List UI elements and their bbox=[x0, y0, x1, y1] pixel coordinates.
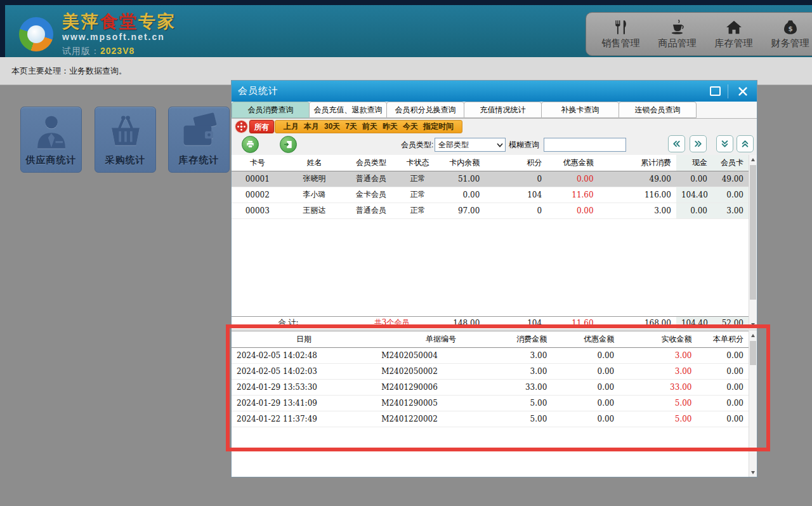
first-record-button[interactable] bbox=[737, 135, 754, 152]
table-row[interactable]: 2024-02-05 14:02:48M24020500043.000.003.… bbox=[232, 347, 749, 363]
scroll-up-icon[interactable] bbox=[749, 331, 757, 340]
tab-recharge-stats[interactable]: 充值情况统计 bbox=[464, 102, 542, 118]
scrollbar-thumb[interactable] bbox=[750, 341, 756, 365]
table-row[interactable]: 2024-01-29 13:53:30M240129000633.000.003… bbox=[232, 379, 749, 395]
last-record-button[interactable] bbox=[716, 135, 733, 152]
purchase-stats-button[interactable]: 采购统计 bbox=[95, 107, 156, 173]
cell-name: 张晓明 bbox=[284, 171, 346, 187]
col-name[interactable]: 姓名 bbox=[284, 155, 346, 171]
member-type-value: 全部类型 bbox=[435, 140, 494, 150]
col-card-status[interactable]: 卡状态 bbox=[397, 155, 438, 171]
filter-day-before[interactable]: 前天 bbox=[362, 121, 377, 132]
header-background: 美萍食堂专家 www.mpsoft.net.cn 试用版：2023V8 销售管理 bbox=[5, 5, 812, 57]
members-table-area: 卡号 姓名 会员类型 卡状态 卡内余额 积分 优惠金额 累计消费 现金 会员卡 … bbox=[232, 155, 757, 316]
col-consume-amount[interactable]: 消费金额 bbox=[506, 331, 552, 347]
filter-7-days[interactable]: 7天 bbox=[345, 121, 357, 132]
cell-consume: 33.00 bbox=[506, 379, 552, 395]
table-row[interactable]: 00003王丽达普通会员正常97.0000.003.000.003.00 bbox=[232, 203, 749, 218]
date-filter-bar: 上月 本月 30天 7天 前天 昨天 今天 指定时间 bbox=[275, 120, 462, 133]
col-cash[interactable]: 现金 bbox=[676, 155, 712, 171]
cell-date: 2024-01-29 13:53:30 bbox=[232, 379, 376, 395]
members-scrollbar[interactable] bbox=[749, 155, 757, 329]
cell-balance: 0.00 bbox=[438, 187, 485, 203]
brand-url: www.mpsoft.net.cn bbox=[62, 31, 176, 43]
cell-name: 王丽达 bbox=[284, 203, 346, 218]
chevrons-up-icon bbox=[740, 138, 750, 149]
svg-text:$: $ bbox=[788, 24, 792, 32]
col-order-no[interactable]: 单据编号 bbox=[376, 331, 506, 347]
cell-name: 李小璐 bbox=[284, 187, 346, 203]
scroll-down-icon[interactable] bbox=[749, 320, 757, 329]
scrollbar-thumb[interactable] bbox=[750, 165, 756, 300]
members-tbody: 00001张晓明普通会员正常51.0000.0049.000.0049.0000… bbox=[232, 171, 749, 218]
cell-points: 0.00 bbox=[697, 347, 749, 363]
cell-points: 0 bbox=[485, 203, 547, 218]
prev-page-button[interactable] bbox=[668, 135, 685, 152]
info-text: 本页主要处理：业务数据查询。 bbox=[11, 65, 127, 77]
total-points: 104 bbox=[485, 317, 547, 329]
home-icon bbox=[726, 19, 742, 36]
filter-dial-icon[interactable] bbox=[234, 119, 249, 134]
col-balance[interactable]: 卡内余额 bbox=[438, 155, 485, 171]
cell-date: 2024-01-29 13:41:09 bbox=[232, 395, 376, 411]
filter-all-button[interactable]: 所有 bbox=[249, 120, 274, 133]
brand: 美萍食堂专家 www.mpsoft.net.cn 试用版：2023V8 bbox=[19, 8, 176, 57]
dialog-tabs: 会员消费查询 会员充值、退款查询 会员积分兑换查询 充值情况统计 补换卡查询 连… bbox=[232, 102, 757, 119]
col-points[interactable]: 积分 bbox=[485, 155, 547, 171]
col-date[interactable]: 日期 bbox=[232, 331, 376, 347]
cell-cash: 104.40 bbox=[676, 187, 712, 203]
col-member-type[interactable]: 会员类型 bbox=[345, 155, 397, 171]
detail-scrollbar[interactable] bbox=[749, 331, 757, 477]
fuzzy-query-input[interactable] bbox=[544, 138, 626, 152]
desk-button-label: 采购统计 bbox=[95, 154, 155, 166]
table-row[interactable]: 00002李小璐金卡会员正常0.0010411.60116.00104.400.… bbox=[232, 187, 749, 203]
tab-points-exchange[interactable]: 会员积分兑换查询 bbox=[386, 102, 464, 118]
export-button[interactable] bbox=[280, 136, 297, 153]
table-row[interactable]: 00001张晓明普通会员正常51.0000.0049.000.0049.00 bbox=[232, 171, 749, 187]
menu-item-finance[interactable]: $ 财务管理 bbox=[762, 19, 812, 50]
col-member-card[interactable]: 会员卡 bbox=[712, 155, 749, 171]
cell-discount: 0.00 bbox=[552, 411, 619, 427]
col-order-points[interactable]: 本单积分 bbox=[697, 331, 749, 347]
menu-item-inventory[interactable]: 库存管理 bbox=[705, 19, 762, 50]
cell-status: 正常 bbox=[397, 187, 438, 203]
col-discount[interactable]: 优惠金额 bbox=[547, 155, 599, 171]
cell-points: 0.00 bbox=[697, 379, 749, 395]
close-button[interactable] bbox=[735, 84, 750, 99]
cell-total_consume: 116.00 bbox=[599, 187, 676, 203]
table-row[interactable]: 2024-02-05 14:02:03M24020500023.000.003.… bbox=[232, 363, 749, 379]
print-button[interactable] bbox=[242, 136, 259, 153]
supplier-stats-button[interactable]: 供应商统计 bbox=[20, 107, 82, 173]
member-stats-dialog: 会员统计 会员消费查询 会员充值、退款查询 会员积分兑换查询 充值情况统计 补换… bbox=[232, 81, 757, 477]
scroll-down-icon[interactable] bbox=[749, 468, 757, 477]
maximize-button[interactable] bbox=[710, 86, 721, 96]
col-received-amount[interactable]: 实收金额 bbox=[619, 331, 697, 347]
next-page-button[interactable] bbox=[690, 135, 707, 152]
col-discount-amount[interactable]: 优惠金额 bbox=[552, 331, 619, 347]
filter-today[interactable]: 今天 bbox=[403, 121, 418, 132]
col-card-no[interactable]: 卡号 bbox=[232, 155, 284, 171]
table-row[interactable]: 2024-01-29 13:41:09M24012900055.000.005.… bbox=[232, 395, 749, 411]
filter-custom-range[interactable]: 指定时间 bbox=[423, 121, 454, 132]
member-type-select[interactable]: 全部类型 bbox=[435, 138, 506, 152]
tab-member-consume[interactable]: 会员消费查询 bbox=[232, 102, 310, 118]
total-balance: 148.00 bbox=[438, 317, 485, 329]
filter-last-month[interactable]: 上月 bbox=[284, 121, 299, 132]
cell-order_no: M2401220002 bbox=[376, 411, 506, 427]
table-row[interactable]: 2024-01-22 11:37:49M24012200025.000.005.… bbox=[232, 411, 749, 427]
filter-this-month[interactable]: 本月 bbox=[304, 121, 319, 132]
stock-stats-button[interactable]: 库存统计 bbox=[168, 107, 230, 173]
col-total-consume[interactable]: 累计消费 bbox=[599, 155, 676, 171]
scroll-up-icon[interactable] bbox=[749, 155, 757, 164]
menu-item-products[interactable]: 商品管理 bbox=[649, 19, 705, 50]
menu-item-label: 销售管理 bbox=[602, 37, 640, 50]
cell-discount: 11.60 bbox=[547, 187, 599, 203]
tab-recharge-refund[interactable]: 会员充值、退款查询 bbox=[309, 102, 387, 118]
filter-yesterday[interactable]: 昨天 bbox=[383, 121, 398, 132]
tab-chain-member[interactable]: 连锁会员查询 bbox=[619, 102, 697, 118]
tab-card-replace[interactable]: 补换卡查询 bbox=[541, 102, 619, 118]
chevron-down-icon bbox=[494, 143, 505, 147]
menu-item-sales[interactable]: 销售管理 bbox=[593, 19, 649, 50]
filter-30-days[interactable]: 30天 bbox=[324, 121, 340, 132]
cell-points: 0 bbox=[485, 171, 547, 187]
